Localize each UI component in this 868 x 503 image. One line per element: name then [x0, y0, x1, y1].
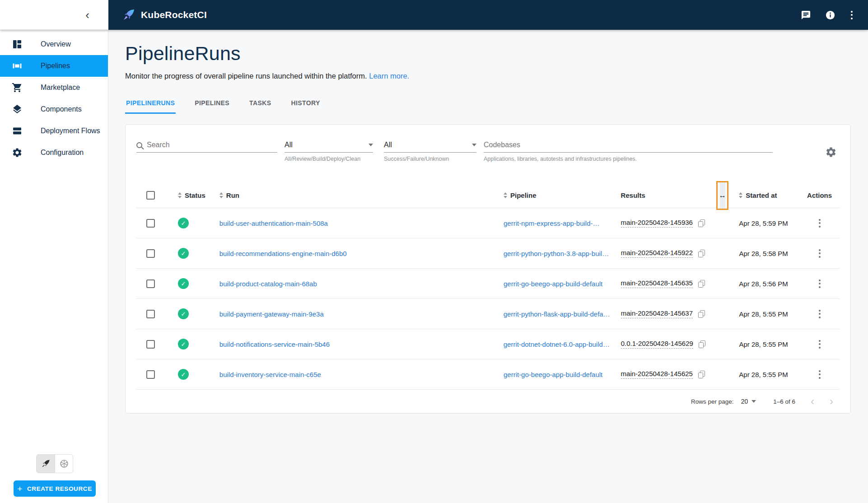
row-checkbox[interactable] — [146, 340, 155, 349]
table-row: build-recommendations-engine-main-d6b0 g… — [136, 238, 840, 269]
run-link[interactable]: build-recommendations-engine-main-d6b0 — [219, 250, 347, 257]
cart-icon — [12, 82, 23, 93]
app-menu-kebab-icon[interactable] — [849, 9, 854, 21]
rocket-view-toggle-button[interactable] — [37, 455, 55, 473]
column-header-run[interactable]: Run — [209, 191, 493, 199]
row-checkbox[interactable] — [146, 219, 155, 228]
sidebar-item-pipelines[interactable]: Pipelines — [0, 55, 108, 77]
rows-per-page-select[interactable]: 20 — [741, 398, 756, 405]
kubernetes-view-toggle-button[interactable] — [55, 455, 73, 473]
result-link[interactable]: main-20250428-145625 — [621, 370, 693, 379]
column-resize-move-icon — [719, 191, 726, 200]
subtitle-text: Monitor the progress of overall pipeline… — [125, 72, 367, 80]
app-bar: KubeRocketCI — [108, 0, 868, 30]
row-checkbox[interactable] — [146, 310, 155, 318]
row-checkbox[interactable] — [146, 370, 155, 379]
sidebar-collapse-chevron-icon[interactable]: ‹ — [82, 8, 93, 22]
result-link[interactable]: main-20250428-145922 — [621, 249, 693, 258]
pipeline-link[interactable]: gerrit-dotnet-dotnet-6.0-app-build-… — [504, 340, 610, 348]
pipeline-link[interactable]: gerrit-python-flask-app-build-default — [504, 310, 610, 318]
started-at-value: Apr 28, 5:56 PM — [739, 280, 788, 288]
row-actions-kebab-icon[interactable] — [817, 338, 822, 350]
column-header-status[interactable]: Status — [165, 191, 209, 199]
column-header-results: Results — [610, 191, 714, 199]
column-header-started-at[interactable]: Started at — [714, 191, 799, 199]
feedback-chat-icon[interactable] — [800, 9, 811, 20]
row-checkbox[interactable] — [146, 249, 155, 258]
tab-pipelineruns[interactable]: PIPELINERUNS — [125, 97, 176, 114]
run-link[interactable]: build-notifications-service-main-5b46 — [219, 340, 330, 348]
row-actions-kebab-icon[interactable] — [817, 247, 822, 260]
create-resource-button[interactable]: CREATE RESOURCE — [14, 480, 96, 497]
sidebar-item-overview[interactable]: Overview — [0, 33, 108, 55]
copy-icon[interactable] — [698, 310, 705, 318]
run-link[interactable]: build-inventory-service-main-c65e — [219, 371, 321, 378]
status-filter-helper: Success/Failure/Unknown — [384, 156, 476, 162]
tab-pipelines[interactable]: PIPELINES — [194, 97, 230, 114]
codebases-input[interactable] — [484, 141, 773, 149]
copy-icon[interactable] — [698, 371, 705, 378]
layers-icon — [12, 104, 23, 115]
column-header-actions: Actions — [799, 191, 840, 199]
result-link[interactable]: main-20250428-145637 — [621, 309, 693, 318]
tab-history[interactable]: HISTORY — [290, 97, 321, 114]
sidebar-item-configuration[interactable]: Configuration — [0, 142, 108, 163]
column-header-pipeline[interactable]: Pipeline — [493, 191, 610, 199]
row-actions-kebab-icon[interactable] — [817, 278, 822, 290]
status-success-icon — [178, 339, 189, 349]
row-checkbox[interactable] — [146, 279, 155, 288]
learn-more-link[interactable]: Learn more. — [369, 72, 409, 80]
select-all-checkbox[interactable] — [146, 191, 155, 200]
table-settings-gear-icon[interactable] — [825, 146, 837, 160]
table-row: build-payment-gateway-main-9e3a gerrit-p… — [136, 299, 840, 329]
sidebar: Overview Pipelines Marketplace Component… — [0, 30, 108, 503]
sidebar-item-components[interactable]: Components — [0, 98, 108, 120]
sidebar-item-marketplace[interactable]: Marketplace — [0, 77, 108, 98]
rows-per-page-label: Rows per page: — [691, 398, 734, 405]
type-filter-select[interactable]: All — [285, 141, 373, 153]
next-page-button[interactable] — [830, 396, 833, 407]
column-resize-handle-highlight[interactable] — [716, 181, 728, 210]
row-actions-kebab-icon[interactable] — [817, 368, 822, 381]
status-filter: All Success/Failure/Unknown — [384, 141, 476, 162]
pipelineruns-card: All All/Review/Build/Deploy/Clean All Su… — [125, 124, 851, 414]
started-at-value: Apr 28, 5:59 PM — [739, 219, 788, 227]
tab-tasks[interactable]: TASKS — [248, 97, 272, 114]
table-row: build-user-authentication-main-508a gerr… — [136, 208, 840, 238]
run-link[interactable]: build-product-catalog-main-68ab — [219, 280, 317, 288]
copy-icon[interactable] — [698, 219, 705, 227]
type-filter: All All/Review/Build/Deploy/Clean — [285, 141, 373, 162]
tabs: PIPELINERUNSPIPELINESTASKSHISTORY — [125, 97, 851, 114]
run-link[interactable]: build-user-authentication-main-508a — [219, 219, 328, 227]
row-actions-kebab-icon[interactable] — [817, 308, 822, 320]
status-filter-select[interactable]: All — [384, 141, 476, 153]
status-filter-value[interactable]: All — [384, 141, 472, 149]
pipeline-link[interactable]: gerrit-go-beego-app-build-default — [504, 280, 602, 288]
copy-icon[interactable] — [699, 340, 705, 348]
rocket-logo-icon — [122, 8, 135, 22]
page-title: PipelineRuns — [125, 42, 851, 65]
previous-page-button[interactable] — [811, 396, 814, 407]
pipeline-link[interactable]: gerrit-python-python-3.8-app-build-… — [504, 250, 610, 257]
result-link[interactable]: main-20250428-145635 — [621, 279, 693, 288]
started-at-value: Apr 28, 5:55 PM — [739, 310, 788, 318]
info-icon[interactable] — [825, 9, 835, 20]
pipelines-icon — [12, 61, 23, 71]
result-link[interactable]: main-20250428-145936 — [621, 219, 693, 228]
pipeline-link[interactable]: gerrit-go-beego-app-build-default — [504, 371, 602, 378]
run-link[interactable]: build-payment-gateway-main-9e3a — [219, 310, 324, 318]
sidebar-item-deployment-flows[interactable]: Deployment Flows — [0, 120, 108, 142]
table-row: build-notifications-service-main-5b46 ge… — [136, 329, 840, 359]
table-pagination: Rows per page: 20 1–6 of 6 — [136, 390, 840, 413]
type-filter-value[interactable]: All — [285, 141, 369, 149]
codebases-field: Applications, libraries, autotests and i… — [484, 141, 773, 162]
search-input[interactable] — [147, 141, 277, 149]
sidebar-header: ‹ — [0, 0, 108, 30]
pipeline-link[interactable]: gerrit-npm-express-app-build-… — [504, 219, 600, 227]
app-logo[interactable]: KubeRocketCI — [122, 8, 207, 22]
copy-icon[interactable] — [698, 280, 705, 288]
result-link[interactable]: 0.0.1-20250428-145629 — [621, 340, 693, 349]
copy-icon[interactable] — [698, 250, 705, 257]
row-actions-kebab-icon[interactable] — [817, 217, 822, 229]
search-icon — [136, 142, 142, 148]
